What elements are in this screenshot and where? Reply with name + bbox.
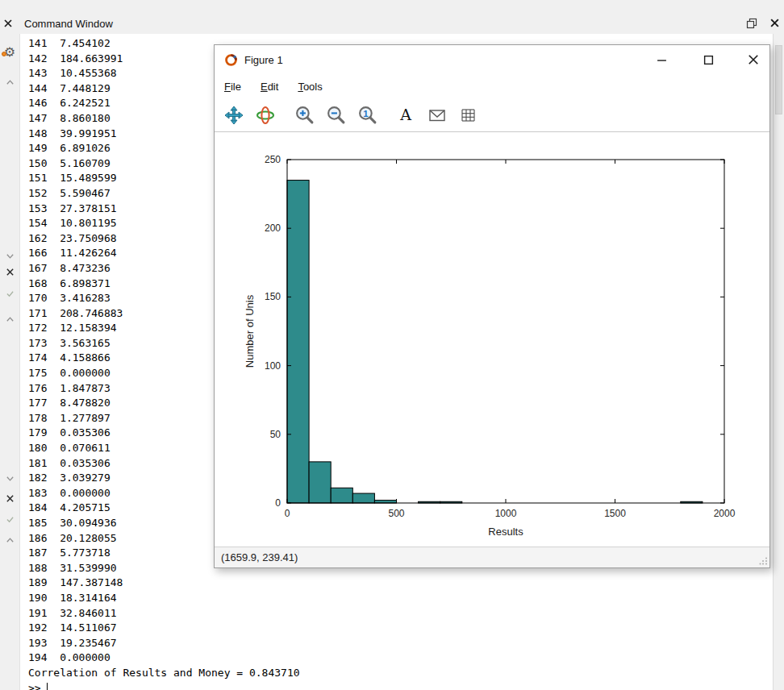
svg-text:1: 1 bbox=[363, 109, 369, 118]
row-value: 10.455368 bbox=[60, 67, 116, 79]
close-icon[interactable] bbox=[742, 49, 765, 70]
chevron-up-icon bbox=[6, 79, 15, 85]
check-icon[interactable] bbox=[3, 287, 16, 300]
command-row: 19018.314164 bbox=[28, 591, 773, 606]
y-tick-label: 250 bbox=[265, 154, 281, 165]
command-window-title: Command Window bbox=[24, 18, 113, 30]
y-tick-label: 0 bbox=[275, 497, 281, 509]
maximize-icon[interactable] bbox=[697, 49, 719, 70]
row-index: 143 bbox=[28, 66, 60, 81]
zoom-in-icon[interactable] bbox=[293, 104, 315, 127]
command-row: 189147.387148 bbox=[28, 576, 773, 591]
row-index: 162 bbox=[28, 231, 60, 247]
row-value: 18.314164 bbox=[60, 592, 116, 604]
row-index: 153 bbox=[28, 202, 60, 217]
row-value: 1.277897 bbox=[60, 412, 111, 424]
row-value: 4.205715 bbox=[60, 501, 111, 513]
row-index: 173 bbox=[28, 336, 60, 351]
row-index: 170 bbox=[28, 291, 60, 306]
row-index: 152 bbox=[28, 186, 60, 202]
row-value: 8.473236 bbox=[60, 262, 111, 274]
figure-title: Figure 1 bbox=[244, 54, 283, 66]
row-value: 7.454102 bbox=[60, 37, 111, 49]
pan-icon[interactable] bbox=[223, 104, 245, 127]
row-index: 149 bbox=[28, 141, 60, 156]
chevron-up-icon bbox=[6, 316, 15, 322]
row-value: 31.539990 bbox=[60, 562, 116, 574]
axes-icon[interactable] bbox=[426, 104, 448, 127]
gear-icon[interactable]: ⚙ bbox=[4, 46, 15, 59]
x-tick-label: 1000 bbox=[495, 508, 517, 519]
figure-titlebar[interactable]: Figure 1 bbox=[215, 45, 769, 74]
command-window-titlebar[interactable]: Command Window bbox=[0, 13, 784, 34]
right-scrollbar-strip[interactable] bbox=[773, 34, 784, 690]
row-value: 6.891026 bbox=[60, 142, 111, 154]
row-value: 30.094936 bbox=[60, 517, 116, 529]
row-value: 7.448129 bbox=[60, 82, 111, 94]
grid-icon[interactable] bbox=[457, 104, 480, 127]
row-index: 190 bbox=[28, 591, 60, 606]
undock-icon[interactable] bbox=[745, 17, 757, 29]
scrollbar-thumb[interactable] bbox=[775, 45, 782, 114]
command-result-line: Correlation of Results and Money = 0.843… bbox=[28, 666, 773, 681]
histogram-chart: 0500100015002000050100150200250ResultsNu… bbox=[215, 132, 769, 548]
row-value: 3.039279 bbox=[60, 472, 111, 484]
row-index: 192 bbox=[28, 621, 60, 636]
menu-file[interactable]: File bbox=[224, 81, 241, 93]
row-value: 10.801195 bbox=[60, 217, 116, 229]
menu-tools[interactable]: Tools bbox=[298, 81, 322, 93]
figure-canvas[interactable]: 0500100015002000050100150200250ResultsNu… bbox=[215, 132, 769, 548]
row-index: 188 bbox=[28, 561, 60, 576]
zoom-original-icon[interactable]: 1 bbox=[356, 104, 378, 127]
row-value: 12.158394 bbox=[60, 322, 116, 334]
command-prompt-row[interactable]: >> bbox=[28, 681, 773, 690]
insert-text-icon[interactable]: A bbox=[394, 104, 417, 127]
row-index: 171 bbox=[28, 306, 60, 322]
histogram-bar bbox=[374, 501, 396, 503]
row-value: 6.898371 bbox=[60, 277, 111, 289]
minimize-icon[interactable] bbox=[650, 49, 673, 70]
row-value: 20.128055 bbox=[60, 532, 116, 544]
menu-edit[interactable]: Edit bbox=[261, 81, 278, 93]
chevron-down-icon[interactable] bbox=[3, 472, 16, 485]
row-value: 0.000000 bbox=[60, 651, 111, 663]
close-icon bbox=[6, 494, 15, 503]
row-value: 23.750968 bbox=[60, 232, 116, 244]
gear-icon[interactable]: ⚙ bbox=[3, 46, 16, 59]
row-value: 6.242521 bbox=[60, 97, 111, 109]
row-value: 8.478820 bbox=[60, 397, 111, 409]
chevron-down-icon bbox=[6, 476, 15, 482]
row-index: 151 bbox=[28, 171, 60, 186]
row-index: 172 bbox=[28, 321, 60, 336]
chevron-down-icon[interactable] bbox=[3, 250, 16, 263]
histogram-bar bbox=[309, 462, 331, 503]
row-index: 186 bbox=[28, 531, 60, 547]
row-index: 148 bbox=[28, 127, 60, 142]
command-prompt: >> bbox=[28, 681, 41, 690]
chevron-up-icon[interactable] bbox=[3, 313, 16, 326]
row-index: 150 bbox=[28, 156, 60, 172]
chevron-up-icon[interactable] bbox=[3, 534, 16, 547]
rotate-3d-icon[interactable] bbox=[254, 104, 277, 127]
dock-close-icon[interactable] bbox=[2, 18, 14, 29]
resize-grip-icon[interactable] bbox=[758, 556, 768, 566]
notification-dot-icon bbox=[2, 52, 6, 56]
row-value: 3.416283 bbox=[60, 292, 111, 304]
close-icon[interactable] bbox=[3, 492, 16, 505]
row-value: 5.590467 bbox=[60, 187, 111, 199]
row-index: 144 bbox=[28, 81, 60, 97]
row-value: 15.489599 bbox=[60, 172, 116, 184]
y-tick-label: 150 bbox=[265, 291, 281, 302]
check-icon[interactable] bbox=[3, 513, 16, 526]
row-value: 5.160709 bbox=[60, 157, 111, 169]
octave-logo-icon bbox=[224, 53, 238, 67]
row-index: 185 bbox=[28, 516, 60, 531]
row-value: 19.235467 bbox=[60, 637, 116, 649]
zoom-out-icon[interactable] bbox=[324, 104, 347, 127]
row-index: 179 bbox=[28, 426, 60, 441]
close-icon[interactable] bbox=[769, 17, 781, 29]
x-tick-label: 1500 bbox=[604, 508, 626, 519]
figure-window[interactable]: Figure 1 FileEditTools 1A 05001000150020… bbox=[214, 44, 770, 568]
close-icon[interactable] bbox=[3, 265, 16, 278]
chevron-up-icon[interactable] bbox=[3, 76, 16, 89]
